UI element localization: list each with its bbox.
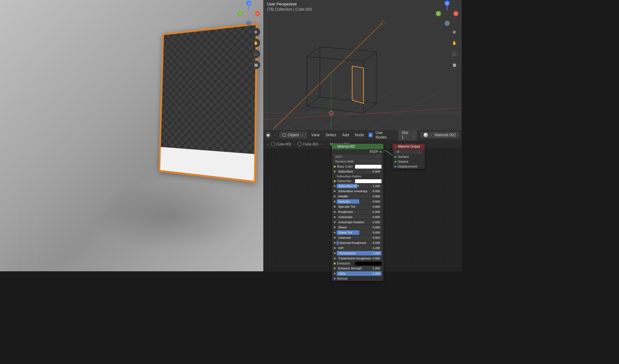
socket-icon[interactable] (334, 226, 336, 228)
socket-icon[interactable] (334, 273, 336, 275)
socket-icon[interactable] (380, 151, 382, 153)
param-emission[interactable]: Emission (332, 261, 383, 266)
socket-icon[interactable] (394, 161, 396, 163)
shader-node-editor[interactable]: ⬤ ⌄ Object ⌄ View Select Add Node ✓ Use … (263, 130, 462, 271)
color-swatch[interactable] (355, 262, 382, 265)
param-base-color[interactable]: Base Color (332, 164, 383, 169)
socket-icon[interactable] (334, 278, 336, 280)
material-output-node[interactable]: ⌄ Material Output All Surface Volume Dis… (393, 144, 425, 169)
socket-icon[interactable] (334, 211, 336, 213)
param-ior[interactable]: IOR 1.450 (332, 245, 383, 251)
socket-icon[interactable] (334, 252, 336, 254)
value-slider[interactable]: Clearcoat Roughness 0.030 (337, 241, 382, 245)
param-subsurface-radius[interactable]: Subsurface Radius ⌄ (332, 174, 383, 179)
param-subsurface-colo[interactable]: Subsurface Colo (332, 179, 383, 183)
value-slider[interactable]: Subsurface Anisotropy 0.000 (337, 189, 382, 193)
distribution-dropdown[interactable]: GGX (334, 154, 382, 159)
param-subsurface-ior[interactable]: Subsurface IOR 1.400 (332, 183, 383, 189)
zoom-icon[interactable]: ⊕ (252, 28, 260, 36)
socket-icon[interactable] (334, 166, 336, 168)
socket-icon[interactable] (334, 237, 336, 239)
param-subsurface-anisotropy[interactable]: Subsurface Anisotropy 0.000 (332, 189, 383, 194)
value-slider[interactable]: Sheen Tint 0.500 (337, 230, 382, 235)
socket-icon[interactable] (394, 156, 396, 158)
socket-icon[interactable] (334, 221, 336, 223)
param-emission-strength[interactable]: Emission Strength 1.000 (332, 266, 383, 271)
axis-gizmo-right[interactable]: Z X Y (437, 3, 457, 26)
zoom-icon[interactable]: ⊕ (450, 28, 458, 36)
subsurface-method-dropdown[interactable]: Random Walk (334, 159, 382, 164)
axis-z-ball[interactable]: Z (246, 1, 251, 6)
param-specular[interactable]: Specular 0.500 (332, 199, 383, 204)
socket-icon[interactable] (334, 185, 336, 187)
value-slider[interactable]: Transmission 1.000 (337, 251, 382, 255)
value-slider[interactable]: Anisotropic 0.000 (337, 215, 382, 219)
socket-icon[interactable] (334, 195, 336, 197)
param-normal[interactable]: Normal (332, 276, 383, 281)
socket-icon[interactable] (394, 166, 396, 168)
node-title[interactable]: ⌄ Material.002 (332, 144, 383, 149)
param-sheen-tint[interactable]: Sheen Tint 0.500 (332, 230, 383, 235)
pan-icon[interactable]: ✋ (450, 39, 458, 47)
socket-icon[interactable] (334, 190, 336, 192)
value-slider[interactable]: Specular 0.500 (337, 199, 382, 204)
value-slider[interactable]: Transmission Roughness 0.000 (337, 256, 382, 261)
value-slider[interactable]: Subsurface 0.000 (337, 169, 382, 174)
axis-neg-ball[interactable] (246, 21, 251, 26)
param-alpha[interactable]: Alpha 1.000 (332, 271, 383, 276)
socket-icon[interactable] (334, 180, 336, 182)
value-slider[interactable]: IOR 1.450 (337, 246, 382, 250)
axis-gizmo-left[interactable]: Z X Y (239, 3, 259, 26)
value-slider[interactable]: Roughness 0.000 (337, 210, 382, 214)
socket-icon[interactable] (334, 247, 336, 249)
value-slider[interactable]: Specular Tint 0.000 (337, 204, 382, 209)
camera-icon[interactable]: 🎥 (252, 50, 260, 58)
3d-viewport[interactable]: User Perspective (76) Collection | Cube.… (263, 0, 462, 130)
bsdf-output-socket[interactable]: BSDF (332, 149, 383, 154)
render-viewport[interactable]: Z X Y ⊕ ✋ 🎥 ▦ (0, 0, 263, 271)
param-anisotropic[interactable]: Anisotropic 0.000 (332, 214, 383, 220)
socket-icon[interactable] (334, 206, 336, 208)
param-subsurface[interactable]: Subsurface 0.000 (332, 169, 383, 174)
param-roughness[interactable]: Roughness 0.000 (332, 209, 383, 214)
param-specular-tint[interactable]: Specular Tint 0.000 (332, 204, 383, 209)
param-metallic[interactable]: Metallic 0.000 (332, 194, 383, 199)
displacement-input[interactable]: Displacement (393, 164, 425, 169)
axis-z-ball[interactable]: Z (445, 1, 450, 6)
color-swatch[interactable] (355, 179, 382, 183)
socket-icon[interactable] (334, 242, 336, 244)
axis-y-ball[interactable]: Y (237, 11, 243, 16)
socket-icon[interactable] (334, 175, 336, 177)
axis-x-ball[interactable]: X (255, 11, 260, 16)
socket-icon[interactable] (334, 201, 336, 203)
socket-icon[interactable] (334, 232, 336, 234)
collapse-icon[interactable]: ⌄ (394, 145, 397, 148)
ortho-icon[interactable]: ▦ (252, 61, 260, 69)
socket-icon[interactable] (334, 216, 336, 218)
param-transmission-roughness[interactable]: Transmission Roughness 0.000 (332, 256, 383, 261)
axis-neg-ball[interactable] (445, 21, 450, 26)
axis-y-ball[interactable]: Y (436, 11, 441, 16)
surface-input[interactable]: Surface (393, 154, 425, 159)
node-title[interactable]: ⌄ Material Output (393, 144, 425, 149)
param-anisotropic-rotation[interactable]: Anisotropic Rotation 0.000 (332, 220, 383, 225)
param-clearcoat-roughness[interactable]: Clearcoat Roughness 0.030 (332, 240, 383, 245)
pan-icon[interactable]: ✋ (252, 39, 260, 47)
volume-input[interactable]: Volume (393, 159, 425, 164)
value-slider[interactable]: Alpha 1.000 (337, 271, 382, 276)
value-slider[interactable]: Anisotropic Rotation 0.000 (337, 220, 382, 224)
socket-icon[interactable] (334, 267, 336, 269)
socket-icon[interactable] (334, 171, 336, 172)
value-slider[interactable]: Metallic 0.000 (337, 194, 382, 199)
value-slider[interactable]: Clearcoat 0.000 (337, 235, 382, 240)
value-slider[interactable]: Sheen 0.000 (337, 225, 382, 230)
principled-bsdf-node[interactable]: ⌄ Material.002 BSDF GGX Random Walk Base… (332, 144, 383, 281)
color-swatch[interactable] (355, 165, 382, 169)
socket-icon[interactable] (334, 257, 336, 259)
chevron-down-icon[interactable]: ⌄ (379, 175, 382, 178)
ortho-icon[interactable]: ▦ (450, 61, 458, 69)
socket-icon[interactable] (334, 263, 336, 265)
value-slider[interactable]: Emission Strength 1.000 (337, 266, 382, 271)
param-transmission[interactable]: Transmission 1.000 (332, 251, 383, 256)
param-clearcoat[interactable]: Clearcoat 0.000 (332, 235, 383, 240)
